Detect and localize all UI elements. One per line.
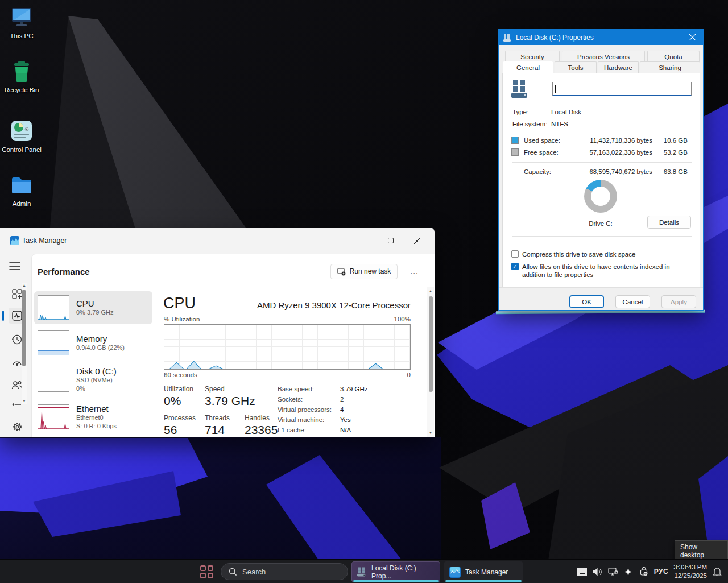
stat-label: Virtual processors: <box>278 406 332 413</box>
dialog-titlebar[interactable]: Local Disk (C:) Properties <box>499 30 703 45</box>
tab-hardware[interactable]: Hardware <box>598 61 639 73</box>
scrollbar-thumb[interactable] <box>22 290 26 366</box>
stat-label: Utilization <box>164 385 193 393</box>
apply-button[interactable]: Apply <box>661 295 696 308</box>
space-size: 53.2 GB <box>658 149 688 156</box>
navigation-menu-icon[interactable] <box>9 262 20 271</box>
free-space-swatch <box>511 148 519 156</box>
index-checkbox-label: Allow files on this drive to have conten… <box>522 263 693 279</box>
tab-quota[interactable]: Quota <box>647 51 700 62</box>
desktop-icon-this-pc[interactable]: This PC <box>0 5 43 40</box>
network-icon[interactable] <box>608 567 618 577</box>
notifications-bell-icon[interactable] <box>712 567 722 577</box>
perf-item-name: CPU <box>76 299 113 308</box>
tab-sharing[interactable]: Sharing <box>640 61 700 73</box>
dialog-close-button[interactable] <box>681 30 703 45</box>
maximize-button[interactable] <box>378 228 404 254</box>
run-new-task-label: Run new task <box>350 267 391 275</box>
stat-value: 3.79 GHz <box>205 394 255 408</box>
run-new-task-icon <box>337 267 346 276</box>
capacity-bytes: 68,595,740,672 bytes <box>573 168 652 175</box>
stat-value: 23365 <box>245 423 278 437</box>
perf-item-name: Memory <box>76 334 125 344</box>
perf-list-item-memory[interactable]: Memory 0.9/4.0 GB (22%) <box>34 326 152 359</box>
taskbar-app-task-manager[interactable]: Task Manager <box>444 561 523 582</box>
stat-value: 4 <box>340 406 344 413</box>
drive-icon <box>503 34 512 42</box>
space-size: 10.6 GB <box>658 137 688 144</box>
close-button[interactable] <box>404 228 430 254</box>
details-button[interactable]: Details <box>647 216 691 229</box>
tab-label: Sharing <box>659 64 681 71</box>
language-indicator[interactable]: РУС <box>654 568 668 576</box>
stat-label: Threads <box>205 414 230 422</box>
perf-list-item-cpu[interactable]: CPU 0% 3.79 GHz <box>34 291 152 324</box>
folder-icon <box>9 172 34 197</box>
stat-label: L1 cache: <box>278 427 306 433</box>
cancel-button[interactable]: Cancel <box>615 295 650 308</box>
compress-checkbox-label: Compress this drive to save disk space <box>522 251 693 259</box>
cpu-processor-name: AMD Ryzen 9 3900X 12-Core Processor <box>216 300 411 310</box>
field-value: NTFS <box>551 121 568 127</box>
stat-value: 0% <box>164 394 181 408</box>
graph-x-min-label: 0 <box>341 371 411 378</box>
desktop-icon-recycle-bin[interactable]: Recycle Bin <box>0 59 43 94</box>
perf-item-detail: S: 0 R: 0 Kbps <box>76 422 117 430</box>
perf-item-name: Disk 0 (C:) <box>76 366 117 376</box>
dialog-title: Local Disk (C:) Properties <box>516 34 594 42</box>
perf-item-detail: 0% <box>76 384 117 392</box>
control-panel-icon <box>9 118 34 143</box>
space-label: Free space: <box>524 149 559 156</box>
tab-security[interactable]: Security <box>505 51 560 62</box>
more-options-button[interactable]: ... <box>406 264 423 278</box>
start-grid-square <box>208 565 213 571</box>
stat-value: Yes <box>340 416 351 423</box>
content-scrollbar[interactable]: ▲ ▼ <box>427 287 434 437</box>
stat-value: 3.79 GHz <box>340 386 368 392</box>
tab-previous-versions[interactable]: Previous Versions <box>562 51 645 62</box>
start-grid-square <box>200 565 206 571</box>
desktop-icon-admin-folder[interactable]: Admin <box>0 172 43 208</box>
index-checkbox[interactable]: ✓ <box>511 263 519 270</box>
field-label: File system: <box>512 121 547 127</box>
perf-list-item-disk[interactable]: Disk 0 (C:) SSD (NVMe) 0% <box>34 362 152 397</box>
graph-y-axis-label: % Utilization <box>164 316 200 322</box>
taskbar-app-label: Task Manager <box>465 568 508 576</box>
taskbar: Search Local Disk (C:) Prop... Task Mana… <box>0 559 728 583</box>
desktop-icon-label: Recycle Bin <box>0 86 43 94</box>
ok-button[interactable]: OK <box>569 295 604 308</box>
tab-general[interactable]: General <box>503 61 553 73</box>
start-button[interactable] <box>200 565 213 578</box>
security-status-icon[interactable] <box>639 567 649 577</box>
text-caret <box>555 85 556 93</box>
minimize-button[interactable] <box>351 228 378 254</box>
taskbar-clock[interactable]: 3:33:43 PM 12/25/2025 <box>673 563 707 580</box>
perf-list-item-ethernet[interactable]: Ethernet Ethernet0 S: 0 R: 0 Kbps <box>34 399 152 435</box>
scrollbar-thumb[interactable] <box>429 296 433 392</box>
compress-checkbox[interactable] <box>511 250 519 258</box>
memory-mini-graph <box>38 330 69 355</box>
taskbar-app-disk-properties[interactable]: Local Disk (C:) Prop... <box>351 561 440 582</box>
cpu-mini-graph <box>38 295 69 320</box>
volume-label-input[interactable] <box>552 82 692 96</box>
sparkle-status-icon[interactable] <box>623 567 634 577</box>
desktop-icon-control-panel[interactable]: Control Panel <box>0 118 43 154</box>
taskbar-search[interactable]: Search <box>221 563 348 580</box>
tab-label: Tools <box>568 64 584 71</box>
run-new-task-button[interactable]: Run new task <box>330 264 398 279</box>
touch-keyboard-icon[interactable] <box>577 567 588 577</box>
used-space-swatch <box>511 137 519 144</box>
cpu-utilization-graph <box>164 324 411 370</box>
stat-value: 714 <box>205 423 225 437</box>
settings-gear-icon[interactable] <box>9 419 26 435</box>
donut-label: Drive C: <box>584 220 617 227</box>
volume-icon[interactable] <box>593 567 603 577</box>
perf-list-scrollbar[interactable]: ▲ ▼ <box>22 283 27 404</box>
space-bytes: 11,432,718,336 bytes <box>573 137 652 144</box>
task-manager-titlebar[interactable]: Task Manager <box>0 228 435 254</box>
search-placeholder: Search <box>242 568 266 576</box>
recycle-bin-icon <box>9 59 34 84</box>
divider <box>512 236 692 237</box>
perf-item-detail: 0% 3.79 GHz <box>76 308 113 316</box>
tab-tools[interactable]: Tools <box>555 61 597 73</box>
